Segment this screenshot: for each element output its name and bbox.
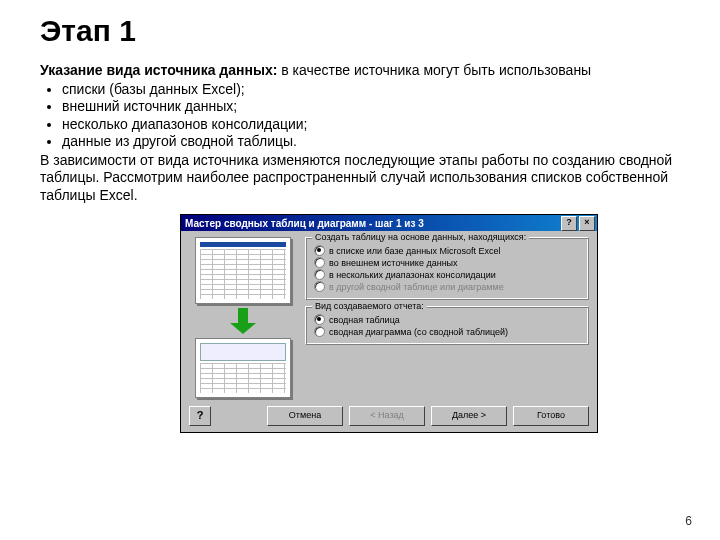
radio-icon (314, 257, 325, 268)
wizard-titlebar: Мастер сводных таблиц и диаграмм - шаг 1… (181, 215, 597, 231)
slide-title: Этап 1 (40, 14, 690, 48)
radio-report-chart[interactable]: сводная диаграмма (со сводной таблицей) (314, 326, 580, 337)
help-button[interactable]: ? (189, 406, 211, 426)
page-number: 6 (685, 514, 692, 528)
source-group-label: Создать таблицу на основе данных, находя… (312, 232, 529, 242)
radio-source-consolidation[interactable]: в нескольких диапазонах консолидации (314, 269, 580, 280)
radio-icon (314, 245, 325, 256)
intro-rest: в качестве источника могут быть использо… (277, 62, 591, 78)
wizard-illustration (189, 237, 297, 398)
bullet-item: несколько диапазонов консолидации; (62, 116, 690, 134)
finish-button[interactable]: Готово (513, 406, 589, 426)
radio-source-excel[interactable]: в списке или базе данных Microsoft Excel (314, 245, 580, 256)
cancel-button[interactable]: Отмена (267, 406, 343, 426)
bullet-list: списки (базы данных Excel); внешний исто… (40, 81, 690, 151)
bullet-item: данные из другой сводной таблицы. (62, 133, 690, 151)
radio-icon (314, 314, 325, 325)
wizard-screenshot: Мастер сводных таблиц и диаграмм - шаг 1… (180, 214, 598, 433)
radio-source-external[interactable]: во внешнем источнике данных (314, 257, 580, 268)
report-type-group: Вид создаваемого отчета: сводная таблица… (305, 306, 589, 345)
slide-body: Указание вида источника данных: в качест… (40, 62, 690, 204)
bullet-item: внешний источник данных; (62, 98, 690, 116)
help-icon[interactable]: ? (561, 216, 577, 231)
radio-icon (314, 281, 325, 292)
back-button: < Назад (349, 406, 425, 426)
tail-paragraph: В зависимости от вида источника изменяют… (40, 152, 690, 205)
close-icon[interactable]: × (579, 216, 595, 231)
intro-bold: Указание вида источника данных: (40, 62, 277, 78)
source-group: Создать таблицу на основе данных, находя… (305, 237, 589, 300)
bullet-item: списки (базы данных Excel); (62, 81, 690, 99)
radio-report-table[interactable]: сводная таблица (314, 314, 580, 325)
radio-source-other-pivot: в другой сводной таблице или диаграмме (314, 281, 580, 292)
arrow-down-icon (232, 308, 254, 334)
radio-icon (314, 326, 325, 337)
wizard-title-text: Мастер сводных таблиц и диаграмм - шаг 1… (185, 218, 559, 229)
report-type-label: Вид создаваемого отчета: (312, 301, 427, 311)
radio-icon (314, 269, 325, 280)
next-button[interactable]: Далее > (431, 406, 507, 426)
